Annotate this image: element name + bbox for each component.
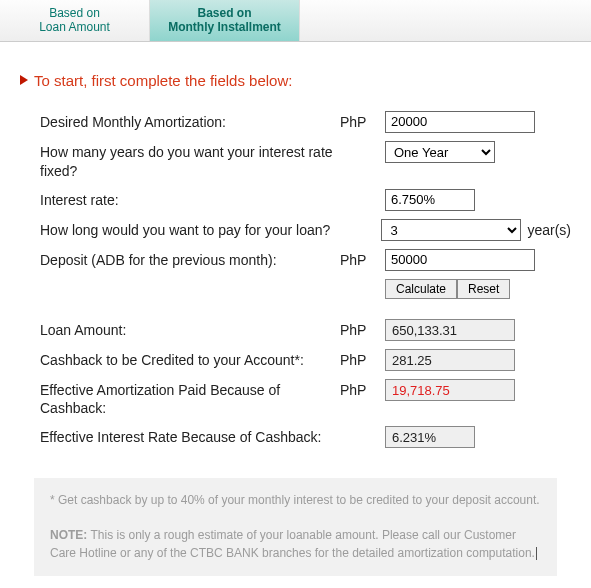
tab-loan-amount[interactable]: Based on Loan Amount <box>0 0 150 41</box>
form: Desired Monthly Amortization: PhP How ma… <box>20 111 571 449</box>
heading-text: To start, first complete the fields belo… <box>34 72 292 89</box>
amortization-currency: PhP <box>340 111 385 130</box>
cashback-currency: PhP <box>340 349 385 368</box>
tab-bar: Based on Loan Amount Based on Monthly In… <box>0 0 591 42</box>
loan-amount-value: 650,133.31 <box>385 319 515 341</box>
eff-rate-label: Effective Interest Rate Because of Cashb… <box>40 426 340 447</box>
reset-button[interactable]: Reset <box>457 279 510 299</box>
eff-amort-value: 19,718.75 <box>385 379 515 401</box>
text-cursor-icon <box>536 547 537 560</box>
eff-amort-label: Effective Amortization Paid Because of C… <box>40 379 340 419</box>
tab-monthly-installment[interactable]: Based on Monthly Installment <box>150 0 300 41</box>
years-fixed-select[interactable]: One Year <box>385 141 495 163</box>
eff-amort-currency: PhP <box>340 379 385 398</box>
footnote-cashback: * Get cashback by up to 40% of your mont… <box>50 492 541 509</box>
amortization-label: Desired Monthly Amortization: <box>40 111 340 132</box>
interest-label: Interest rate: <box>40 189 340 210</box>
section-heading: To start, first complete the fields belo… <box>20 72 571 89</box>
loan-amount-label: Loan Amount: <box>40 319 340 340</box>
footnote: * Get cashback by up to 40% of your mont… <box>34 478 557 576</box>
calculate-button[interactable]: Calculate <box>385 279 457 299</box>
eff-rate-value: 6.231% <box>385 426 475 448</box>
pay-years-suffix: year(s) <box>527 222 571 238</box>
pay-years-label: How long would you want to pay for your … <box>40 219 337 240</box>
amortization-input[interactable] <box>385 111 535 133</box>
loan-amount-currency: PhP <box>340 319 385 338</box>
deposit-label: Deposit (ADB for the previous month): <box>40 249 340 270</box>
years-fixed-label: How many years do you want your interest… <box>40 141 340 181</box>
cashback-label: Cashback to be Credited to your Account*… <box>40 349 340 370</box>
pay-years-select[interactable]: 3 <box>381 219 521 241</box>
footnote-note: NOTE: This is only a rough estimate of y… <box>50 527 541 562</box>
note-label: NOTE: <box>50 528 87 542</box>
cashback-value: 281.25 <box>385 349 515 371</box>
deposit-input[interactable] <box>385 249 535 271</box>
note-text: This is only a rough estimate of your lo… <box>50 528 535 559</box>
content: To start, first complete the fields belo… <box>0 42 591 588</box>
interest-input[interactable] <box>385 189 475 211</box>
triangle-icon <box>20 75 28 85</box>
deposit-currency: PhP <box>340 249 385 268</box>
